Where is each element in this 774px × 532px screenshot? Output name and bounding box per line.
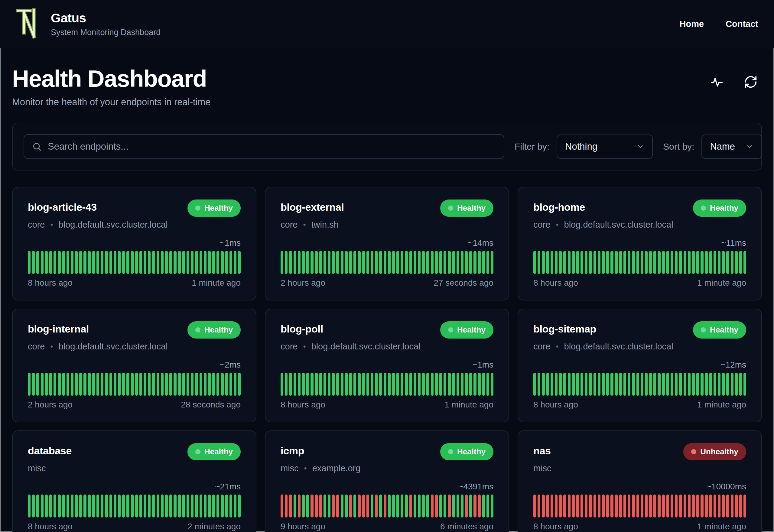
- status-bar[interactable]: [109, 373, 112, 396]
- status-bar[interactable]: [448, 251, 450, 274]
- status-bar[interactable]: [743, 251, 746, 274]
- status-bar[interactable]: [555, 495, 558, 517]
- status-bar[interactable]: [49, 495, 52, 517]
- status-bar[interactable]: [135, 495, 138, 517]
- status-bar[interactable]: [594, 495, 596, 517]
- status-bar[interactable]: [83, 373, 86, 396]
- status-bar[interactable]: [615, 373, 618, 396]
- status-bar[interactable]: [362, 495, 365, 517]
- status-bar[interactable]: [161, 373, 164, 396]
- status-bar[interactable]: [718, 373, 720, 396]
- status-bar[interactable]: [375, 373, 378, 396]
- status-bar[interactable]: [353, 495, 356, 517]
- status-bar[interactable]: [431, 251, 434, 274]
- status-bar[interactable]: [384, 495, 386, 517]
- status-bar[interactable]: [538, 495, 540, 517]
- status-bar[interactable]: [418, 495, 421, 517]
- status-bar[interactable]: [405, 251, 408, 274]
- status-bar[interactable]: [628, 251, 630, 274]
- status-bar[interactable]: [645, 251, 648, 274]
- status-bar[interactable]: [679, 251, 682, 274]
- status-bar[interactable]: [306, 373, 309, 396]
- status-bar[interactable]: [662, 251, 665, 274]
- status-bar[interactable]: [589, 373, 592, 396]
- status-bar[interactable]: [200, 373, 202, 396]
- status-bar[interactable]: [200, 251, 202, 274]
- status-bar[interactable]: [157, 373, 159, 396]
- status-bar[interactable]: [718, 495, 720, 517]
- status-bar[interactable]: [328, 251, 330, 274]
- status-bar[interactable]: [491, 495, 493, 517]
- status-bar[interactable]: [589, 251, 592, 274]
- status-bar[interactable]: [675, 373, 678, 396]
- status-bar[interactable]: [572, 495, 575, 517]
- status-bar[interactable]: [422, 251, 425, 274]
- status-bar[interactable]: [473, 373, 476, 396]
- status-bar[interactable]: [165, 495, 168, 517]
- status-bar[interactable]: [739, 373, 742, 396]
- status-bar[interactable]: [606, 495, 609, 517]
- status-bar[interactable]: [585, 251, 587, 274]
- status-bar[interactable]: [371, 373, 373, 396]
- status-bar[interactable]: [401, 495, 403, 517]
- status-bar[interactable]: [623, 495, 626, 517]
- status-bar[interactable]: [105, 251, 108, 274]
- status-bar[interactable]: [448, 495, 450, 517]
- status-bar[interactable]: [594, 251, 596, 274]
- status-bar[interactable]: [431, 495, 434, 517]
- status-bar[interactable]: [96, 373, 99, 396]
- status-bar[interactable]: [191, 251, 193, 274]
- status-bar[interactable]: [486, 495, 489, 517]
- endpoint-card[interactable]: blog-sitemap Healthy core • blog.default…: [518, 309, 762, 422]
- status-bar[interactable]: [714, 495, 716, 517]
- status-bar[interactable]: [533, 373, 536, 396]
- status-bar[interactable]: [349, 373, 352, 396]
- status-bar[interactable]: [666, 251, 669, 274]
- status-bar[interactable]: [645, 373, 648, 396]
- status-bar[interactable]: [439, 495, 442, 517]
- status-bar[interactable]: [319, 373, 322, 396]
- status-bar[interactable]: [538, 373, 540, 396]
- status-bar[interactable]: [714, 373, 716, 396]
- status-bar[interactable]: [92, 373, 95, 396]
- status-bar[interactable]: [675, 251, 678, 274]
- refresh-icon[interactable]: [744, 75, 758, 89]
- status-bar[interactable]: [709, 251, 712, 274]
- status-bar[interactable]: [696, 495, 699, 517]
- status-bar[interactable]: [285, 251, 288, 274]
- status-bar[interactable]: [701, 251, 703, 274]
- status-bar[interactable]: [555, 251, 558, 274]
- status-bar[interactable]: [58, 251, 60, 274]
- status-bar[interactable]: [126, 373, 129, 396]
- status-bar[interactable]: [461, 373, 463, 396]
- status-bar[interactable]: [315, 495, 318, 517]
- status-bar[interactable]: [221, 495, 223, 517]
- status-bar[interactable]: [315, 251, 318, 274]
- status-bar[interactable]: [294, 251, 296, 274]
- status-bar[interactable]: [743, 495, 746, 517]
- status-bar[interactable]: [662, 495, 665, 517]
- status-bar[interactable]: [358, 251, 360, 274]
- status-bar[interactable]: [718, 251, 720, 274]
- status-bar[interactable]: [366, 251, 369, 274]
- status-bar[interactable]: [658, 251, 660, 274]
- status-bar[interactable]: [221, 373, 223, 396]
- status-bar[interactable]: [491, 373, 493, 396]
- status-bar[interactable]: [555, 373, 558, 396]
- endpoint-card[interactable]: icmp Healthy misc • example.org ~4391ms …: [265, 430, 509, 532]
- status-bar[interactable]: [606, 373, 609, 396]
- status-bar[interactable]: [653, 251, 656, 274]
- status-bar[interactable]: [610, 373, 613, 396]
- status-bar[interactable]: [41, 373, 44, 396]
- status-bar[interactable]: [388, 495, 391, 517]
- status-bar[interactable]: [182, 495, 185, 517]
- status-bar[interactable]: [469, 495, 472, 517]
- status-bar[interactable]: [96, 251, 99, 274]
- status-bar[interactable]: [221, 251, 223, 274]
- status-bar[interactable]: [208, 373, 211, 396]
- status-bar[interactable]: [679, 373, 682, 396]
- status-bar[interactable]: [169, 373, 172, 396]
- status-bar[interactable]: [589, 495, 592, 517]
- status-bar[interactable]: [688, 373, 691, 396]
- status-bar[interactable]: [572, 251, 575, 274]
